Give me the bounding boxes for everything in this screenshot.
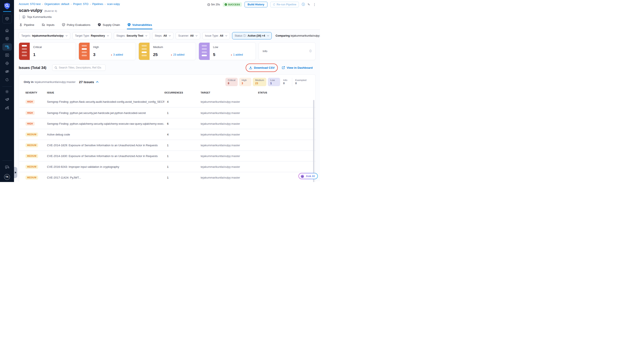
group-only-in-label: Only in [24, 80, 34, 84]
severity-card-medium[interactable]: Medium25▲23 added [139, 42, 196, 60]
sidebar-item-scan-overview[interactable] [2, 35, 12, 42]
chip-value: 0 [228, 82, 235, 85]
eye-off-icon [5, 70, 9, 73]
issues-group-header: Only in tejakummarikuntla/vulpy:master 2… [19, 74, 315, 89]
sidebar-item-orchestration[interactable] [2, 104, 12, 112]
sidebar-item-home[interactable] [2, 27, 12, 34]
severity-badge: MEDIUM [26, 176, 38, 180]
breadcrumb-separator-icon: › [105, 3, 106, 6]
sidebar-item-targets[interactable] [2, 60, 12, 67]
table-row[interactable]: MEDIUMCVE-2016-9243: Improper input vali… [19, 161, 315, 172]
tab-policy-evaluations[interactable]: Policy Evaluations [62, 21, 91, 29]
card-label: High [93, 46, 99, 49]
pipelines-icon [5, 45, 9, 49]
search-input[interactable] [59, 66, 103, 69]
external-link-icon [282, 66, 285, 69]
filter-label: Issue Type: [205, 34, 219, 37]
filter-scanner[interactable]: Scanner:All [176, 32, 200, 40]
download-csv-button[interactable]: Download CSV [249, 66, 275, 69]
severity-gauge-icon [79, 43, 90, 60]
chip-value: 0 [283, 82, 288, 85]
chip-label: Critical [228, 79, 235, 82]
severity-card-info[interactable]: Info0 [259, 42, 316, 60]
tab-label: Supply Chain [103, 23, 120, 26]
info-icon[interactable]: ⓘ [302, 2, 305, 6]
clock-icon [207, 3, 210, 6]
rerun-pipeline-button[interactable]: Re-run Pipeline [270, 2, 299, 7]
breadcrumb-item[interactable]: Project: STO [73, 2, 88, 6]
table-row[interactable]: HIGHSemgrep Finding: python.jwt.security… [19, 107, 315, 118]
card-added-delta: ▲23 added [171, 53, 185, 56]
filter-stages[interactable]: Stages:Security Test [114, 32, 150, 40]
network-gear-icon [5, 106, 9, 110]
tab-pipeline[interactable]: Pipeline [19, 21, 35, 29]
filter-issue-type[interactable]: Issue Type:All [202, 32, 230, 40]
breadcrumb-separator-icon: › [42, 3, 43, 6]
check-circle-icon [225, 3, 227, 6]
chip-medium: Medium23 [253, 78, 266, 86]
breadcrumb-item[interactable]: scan-vulpy [107, 2, 120, 6]
kebab-menu-icon[interactable]: ⋮ [313, 2, 316, 6]
sidebar-item-exemptions[interactable] [2, 68, 12, 75]
severity-badge: MEDIUM [26, 132, 38, 136]
sidebar-item-module-switcher[interactable] [2, 14, 12, 24]
sidebar-item-help[interactable]: ? [2, 164, 12, 171]
filter-steps[interactable]: Steps:All [152, 32, 174, 40]
breadcrumb-item[interactable]: Pipelines [92, 2, 103, 6]
breadcrumb-item[interactable]: Account: STO test [19, 2, 41, 6]
table-row[interactable]: MEDIUMActive debug code4tejakummarikuntl… [19, 128, 315, 139]
tab-vulnerabilities[interactable]: Vulnerabilities [127, 21, 153, 29]
ask-ai-button[interactable]: Ask AI [298, 173, 318, 179]
severity-badge: MEDIUM [26, 143, 38, 147]
filter-target-type[interactable]: Target Type:Repository [73, 32, 112, 40]
home-icon [5, 29, 9, 32]
issue-occurrences: 1 [164, 165, 201, 168]
table-row[interactable]: MEDIUMCVE-2014-1829: Exposure of Sensiti… [19, 139, 315, 150]
chip-label: Info [283, 79, 288, 82]
filter-targets[interactable]: Targets:tejakummarikuntla/vulpy [19, 32, 70, 40]
severity-card-critical[interactable]: Critical1 [19, 42, 76, 60]
column-header-status: STATUS [258, 91, 315, 94]
tab-inputs[interactable]: Inputs [41, 21, 55, 29]
severity-card-high[interactable]: High3▲3 added [79, 42, 136, 60]
tab-supply-chain[interactable]: Supply Chain [97, 21, 120, 29]
edit-pencil-icon[interactable]: ✎ [308, 3, 310, 6]
scrollbar-thumb[interactable] [313, 100, 314, 182]
sidebar-expand-handle[interactable] [14, 167, 17, 178]
chip-critical: Critical0 [225, 78, 238, 86]
sidebar-item-default-settings[interactable] [2, 96, 12, 104]
filters-row: Targets:tejakummarikuntla/vulpyTarget Ty… [19, 32, 316, 40]
sidebar-item-executions[interactable] [2, 52, 12, 59]
table-row[interactable]: HIGHSemgrep Finding: python.flask.securi… [19, 96, 315, 107]
comparing-text: Comparing tejakummarikuntla/vulpy:master… [276, 34, 320, 37]
comparing-word: Comparing [276, 34, 290, 37]
sidebar-item-pipelines[interactable] [2, 43, 12, 50]
user-avatar[interactable]: TK [4, 174, 10, 180]
tab-label: Inputs [47, 23, 55, 26]
severity-card-low[interactable]: Low5▲1 added [199, 42, 256, 60]
chip-value: 23 [255, 82, 264, 85]
severity-badge: HIGH [26, 122, 35, 126]
table-row[interactable]: MEDIUMCVE-2017-11424: PyJWT...1tejakumma… [19, 172, 315, 182]
build-history-button[interactable]: Build History [245, 2, 267, 7]
card-added-delta: ▲3 added [111, 53, 123, 56]
table-row[interactable]: HIGHSemgrep Finding: python.sqlalchemy.s… [19, 118, 315, 128]
issues-search[interactable] [52, 64, 106, 71]
filter-status[interactable]: Status ⓘ:Active (34) +4 [232, 32, 272, 40]
pipeline-icon [19, 23, 23, 26]
table-column-headers: SEVERITYISSUEOCCURRENCESTARGETSTATUS [19, 89, 315, 96]
table-row[interactable]: MEDIUMCVE-2014-1830: Exposure of Sensiti… [19, 150, 315, 161]
severity-gauge-icon [199, 43, 210, 60]
view-in-dashboard-button[interactable]: View in Dashboard [282, 66, 313, 69]
ask-ai-label: Ask AI [306, 174, 315, 178]
severity-badge: MEDIUM [26, 165, 38, 169]
column-header-target: TARGET [201, 91, 258, 94]
severity-badge: HIGH [26, 111, 35, 115]
breadcrumb-item[interactable]: Organization: default [44, 2, 69, 6]
chevron-up-icon[interactable] [96, 81, 99, 83]
issues-title: Issues (Total 34) [19, 66, 46, 70]
comparing-target: tejakummarikuntla/vulpy:master [290, 34, 320, 37]
issue-target: tejakummarikuntla/vulpy:master [201, 122, 258, 125]
sidebar-item-settings[interactable] [2, 88, 12, 95]
sidebar-item-security-review[interactable] [2, 76, 12, 83]
